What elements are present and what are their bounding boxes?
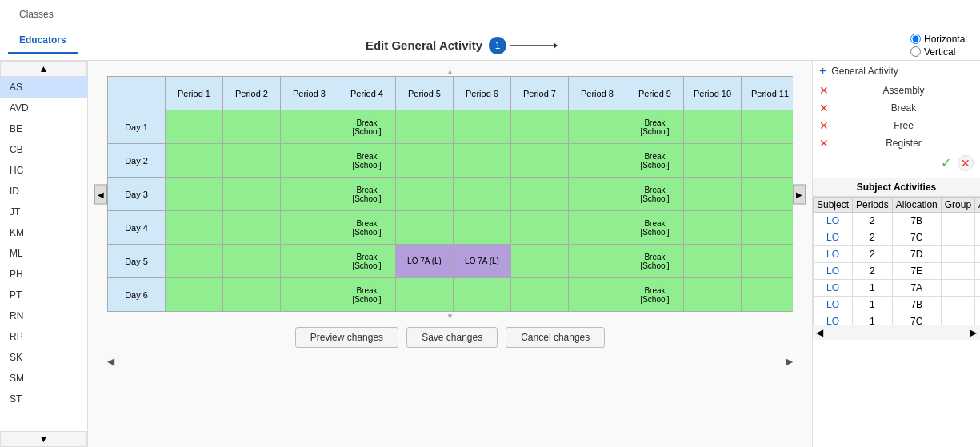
cell-r4-c11[interactable] [742,211,794,245]
cell-r4-c4[interactable]: Break[School] [338,211,396,245]
cell-r2-c10[interactable] [684,144,742,178]
timetable-container[interactable]: ◀ ▶ Period 1Period 2Period 3Period 4Peri… [94,76,806,312]
cell-r4-c9[interactable]: Break[School] [626,211,684,245]
horizontal-radio[interactable] [910,34,921,44]
cancel-changes-button[interactable]: Cancel changes [506,327,605,348]
sa-active-4[interactable] [975,263,980,280]
cell-r2-c8[interactable] [569,144,626,178]
confirm-button[interactable]: ✓ [941,155,951,171]
cell-r6-c9[interactable]: Break[School] [626,278,684,312]
remove-activity-free[interactable]: ✕ [819,119,829,132]
sidebar-item-pt[interactable]: PT [0,285,87,305]
cell-r6-c3[interactable] [281,278,338,312]
vertical-radio[interactable] [910,46,921,57]
cell-r4-c5[interactable] [396,211,454,245]
cell-r1-c5[interactable] [396,110,454,144]
sa-active-3[interactable] [975,246,980,263]
cell-r1-c8[interactable] [569,110,626,144]
sa-active-7[interactable] [975,313,980,325]
cell-r4-c10[interactable] [684,211,742,245]
cell-r3-c4[interactable]: Break[School] [338,178,396,211]
cell-r2-c4[interactable]: Break[School] [338,144,396,178]
cell-r3-c5[interactable] [396,178,454,211]
sidebar-item-as[interactable]: AS [0,77,87,98]
sidebar-item-cb[interactable]: CB [0,139,87,160]
cell-r3-c7[interactable] [511,178,569,211]
h-scroll-right[interactable]: ▶ [786,356,793,367]
cell-r2-c6[interactable] [454,144,511,178]
sidebar-item-km[interactable]: KM [0,222,87,243]
sidebar-scroll-up[interactable]: ▲ [0,61,87,77]
cell-r3-c2[interactable] [223,178,281,211]
cell-r5-c2[interactable] [223,245,281,278]
cell-r6-c10[interactable] [684,278,742,312]
cell-r5-c8[interactable] [569,245,626,278]
cell-r5-c11[interactable] [742,245,794,278]
sidebar-item-jt[interactable]: JT [0,202,87,222]
sidebar-item-st[interactable]: ST [0,389,87,409]
cell-r5-c5[interactable]: LO 7A (L) [396,245,454,278]
cell-r3-c8[interactable] [569,178,626,211]
cell-r1-c6[interactable] [454,110,511,144]
sa-scroll-left[interactable]: ◀ [816,327,823,338]
sa-active-6[interactable] [975,297,980,313]
remove-activity-assembly[interactable]: ✕ [819,84,829,97]
cell-r3-c6[interactable] [454,178,511,211]
sidebar-item-sm[interactable]: SM [0,368,87,389]
vertical-radio-label[interactable]: Vertical [910,46,967,58]
sa-scroll-right[interactable]: ▶ [970,327,977,338]
sa-active-5[interactable] [975,280,980,297]
cell-r1-c11[interactable] [742,110,794,144]
sa-active-1[interactable] [975,213,980,229]
timetable-scroll-down[interactable]: ▼ [94,312,806,321]
cell-r2-c2[interactable] [223,144,281,178]
cell-r2-c5[interactable] [396,144,454,178]
cell-r5-c4[interactable]: Break[School] [338,245,396,278]
cell-r2-c1[interactable] [166,144,223,178]
sidebar-item-id[interactable]: ID [0,181,87,202]
timetable-scroll-up[interactable]: ▲ [94,67,806,76]
cell-r6-c8[interactable] [569,278,626,312]
cell-r1-c4[interactable]: Break[School] [338,110,396,144]
save-changes-button[interactable]: Save changes [406,327,498,348]
cell-r5-c9[interactable]: Break[School] [626,245,684,278]
sa-active-2[interactable] [975,229,980,246]
cell-r4-c2[interactable] [223,211,281,245]
scroll-left-btn[interactable]: ◀ [94,184,107,204]
cell-r4-c7[interactable] [511,211,569,245]
cell-r1-c10[interactable] [684,110,742,144]
cell-r3-c1[interactable] [166,178,223,211]
cell-r6-c2[interactable] [223,278,281,312]
cell-r6-c5[interactable] [396,278,454,312]
cell-r1-c7[interactable] [511,110,569,144]
sidebar-item-ph[interactable]: PH [0,264,87,285]
cell-r5-c7[interactable] [511,245,569,278]
cell-r4-c8[interactable] [569,211,626,245]
scroll-right-btn[interactable]: ▶ [793,184,806,204]
cell-r1-c2[interactable] [223,110,281,144]
cell-r2-c11[interactable] [742,144,794,178]
sidebar-item-be[interactable]: BE [0,118,87,139]
cell-r1-c9[interactable]: Break[School] [626,110,684,144]
cell-r1-c1[interactable] [166,110,223,144]
add-activity-row[interactable]: + General Activity [813,61,980,82]
cell-r6-c4[interactable]: Break[School] [338,278,396,312]
cell-r4-c6[interactable] [454,211,511,245]
cell-r2-c3[interactable] [281,144,338,178]
cell-r2-c9[interactable]: Break[School] [626,144,684,178]
subject-activities-table-container[interactable]: SubjectPeriodsAllocationGroupActiveLO27B… [813,197,980,325]
cell-r4-c1[interactable] [166,211,223,245]
cell-r3-c3[interactable] [281,178,338,211]
sidebar-item-hc[interactable]: HC [0,160,87,181]
sidebar-item-ml[interactable]: ML [0,243,87,264]
cell-r2-c7[interactable] [511,144,569,178]
remove-activity-break[interactable]: ✕ [819,102,829,114]
sidebar-item-sk[interactable]: SK [0,347,87,368]
cell-r5-c6[interactable]: LO 7A (L) [454,245,511,278]
cell-r5-c10[interactable] [684,245,742,278]
cell-r1-c3[interactable] [281,110,338,144]
cell-r3-c9[interactable]: Break[School] [626,178,684,211]
sidebar-item-avd[interactable]: AVD [0,98,87,118]
sidebar-item-rn[interactable]: RN [0,305,87,326]
cell-r3-c11[interactable] [742,178,794,211]
